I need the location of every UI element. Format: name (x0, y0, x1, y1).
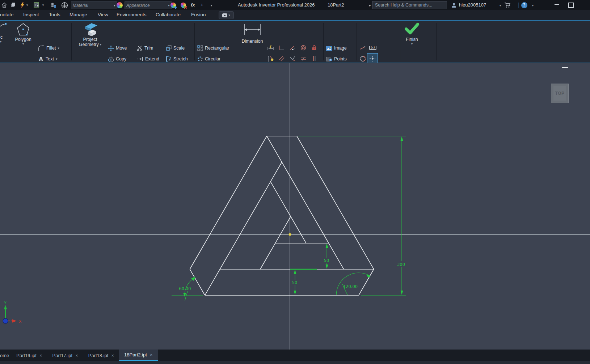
tab-environments[interactable]: Environments (117, 12, 147, 17)
tab-part19[interactable]: Part19.ipt× (11, 350, 47, 361)
construction-line-icon[interactable] (358, 44, 367, 52)
material-caret[interactable]: ▾ (114, 3, 115, 7)
dimension-graphics[interactable] (172, 136, 406, 301)
close-icon[interactable]: × (150, 352, 153, 357)
user-caret[interactable]: ▾ (497, 1, 504, 9)
window-minimize-button[interactable] (555, 4, 559, 5)
dim-height-inner[interactable]: 50 (324, 258, 329, 263)
tab-collaborate[interactable]: Collaborate (156, 12, 181, 17)
text-button[interactable]: A Text▾ (38, 55, 57, 63)
sketch-line (297, 136, 374, 269)
finish-sketch-button[interactable]: Finish▾ (401, 22, 423, 46)
polygon-button[interactable]: Polygon▾ (12, 22, 34, 46)
circular-pattern-button[interactable]: Circular (197, 55, 220, 63)
move-button[interactable]: Move (108, 44, 127, 52)
tab-tools[interactable]: Tools (49, 12, 60, 17)
tab-part18[interactable]: Part18.ipt× (83, 350, 119, 361)
sketch-edit-icon[interactable] (33, 1, 41, 9)
close-icon[interactable]: × (111, 353, 114, 358)
qat-caret[interactable]: ▾ (208, 1, 215, 9)
vertical-constraint-icon[interactable] (310, 55, 319, 63)
scale-button[interactable]: Scale (166, 44, 185, 52)
clear-appearance-icon[interactable] (180, 1, 187, 9)
coincident-constraint-icon[interactable] (288, 55, 297, 63)
tab-fusion[interactable]: Fusion (191, 12, 206, 17)
help-icon[interactable]: ? (521, 1, 528, 9)
appearance-placeholder: Appearance (126, 3, 150, 8)
lightning-caret[interactable]: ▾ (25, 1, 29, 9)
sketch-edit-caret[interactable]: ▾ (41, 1, 45, 9)
dim-height-lower[interactable]: 50 (292, 280, 298, 285)
copy-button[interactable]: Copy (108, 55, 126, 63)
material-ball-icon[interactable] (61, 1, 68, 9)
ribbon-separator (194, 23, 195, 60)
ribbon-panel: rc▾ Polygon▾ Fillet▾ A Text▾ Point Creat… (0, 20, 590, 63)
home-icon[interactable] (1, 1, 8, 9)
concentric-constraint-icon[interactable] (299, 44, 308, 52)
finish-check-icon (404, 22, 420, 35)
tab-view[interactable]: View (98, 12, 108, 17)
ilogic-lightning-icon[interactable] (19, 1, 26, 9)
constraint-settings-icon[interactable] (266, 55, 275, 63)
user-icon[interactable] (450, 1, 458, 9)
lock-constraint-icon[interactable] (310, 44, 319, 52)
color-wheel-icon[interactable] (116, 1, 123, 9)
sketch-line (205, 162, 282, 295)
tab-annotate-partial[interactable]: notate (0, 12, 14, 17)
cart-icon[interactable] (504, 1, 511, 9)
sketch-geometry[interactable]: 300 50 50 60.00 120.00 Y X (0, 63, 590, 350)
ribbon-separator (436, 23, 437, 60)
auto-dimension-icon[interactable] (266, 44, 275, 52)
ribbon-separator (357, 23, 357, 60)
dim-angle-right[interactable]: 120.00 (343, 284, 358, 289)
viewcube-top-face[interactable]: TOP (551, 84, 569, 103)
driven-dimension-icon[interactable] (358, 55, 367, 63)
dim-angle-left[interactable]: 60.00 (179, 286, 191, 291)
window-restore-button[interactable] (568, 3, 574, 8)
collinear-constraint-icon[interactable] (299, 55, 308, 63)
dim-total-height[interactable]: 300 (397, 262, 405, 267)
tab-inspect[interactable]: Inspect (23, 12, 39, 17)
tab-home-partial[interactable]: ome (0, 350, 11, 361)
svg-text:A: A (39, 56, 43, 62)
qat-add-icon[interactable]: + (201, 2, 203, 8)
arc-button-partial[interactable]: rc▾ (0, 22, 8, 43)
trim-button[interactable]: Trim (137, 44, 153, 52)
points-button[interactable]: Points (326, 55, 347, 63)
help-caret[interactable]: ▾ (529, 1, 536, 9)
stretch-button[interactable]: Stretch (166, 55, 188, 63)
close-icon[interactable]: × (39, 353, 42, 358)
extend-button[interactable]: Extend (137, 55, 159, 63)
parallel-constraint-icon[interactable] (277, 55, 286, 63)
adjust-appearance-icon[interactable] (169, 1, 177, 9)
rectangular-pattern-button[interactable]: Rectangular (197, 44, 229, 52)
search-input[interactable]: Search Help & Commands... (372, 1, 447, 9)
document-window-minimize[interactable] (562, 67, 568, 68)
axis-y-label: Y (4, 301, 7, 305)
project-geometry-button[interactable]: Project Geometry▾ (75, 22, 106, 47)
centerpoint-toggle-active[interactable] (367, 53, 378, 64)
tab-part17[interactable]: Part17.ipt× (47, 350, 83, 361)
panel-toggle-button[interactable]: ▾ (219, 11, 234, 19)
dimension-button[interactable]: Dimension (240, 24, 265, 44)
sketch-canvas[interactable]: 300 50 50 60.00 120.00 Y X TOP (0, 63, 590, 350)
centerpoint-icon (369, 55, 376, 62)
tangent-constraint-icon[interactable] (288, 44, 297, 52)
scale-icon (166, 45, 172, 51)
penrose-sketch-lines[interactable] (190, 136, 374, 295)
parameter-icon[interactable]: (x) (368, 44, 377, 52)
perpendicular-constraint-icon[interactable] (277, 44, 286, 52)
sketch-origin-point[interactable] (288, 233, 291, 236)
copy-icon[interactable] (9, 1, 17, 9)
tab-manage[interactable]: Manage (69, 12, 87, 17)
image-button[interactable]: Image (326, 44, 347, 52)
username[interactable]: hieu2005107 (459, 2, 486, 8)
close-icon[interactable]: × (75, 353, 78, 358)
material-dropdown[interactable]: Material ▾ (71, 1, 117, 9)
components-icon[interactable] (50, 1, 57, 9)
sketch-line (267, 136, 344, 269)
fillet-button[interactable]: Fillet▾ (38, 44, 59, 52)
fx-parameters-icon[interactable]: fx (191, 2, 195, 8)
appearance-dropdown[interactable]: Appearance ▾ (125, 1, 172, 9)
tab-18part2-active[interactable]: 18Part2.ipt× (119, 350, 157, 361)
